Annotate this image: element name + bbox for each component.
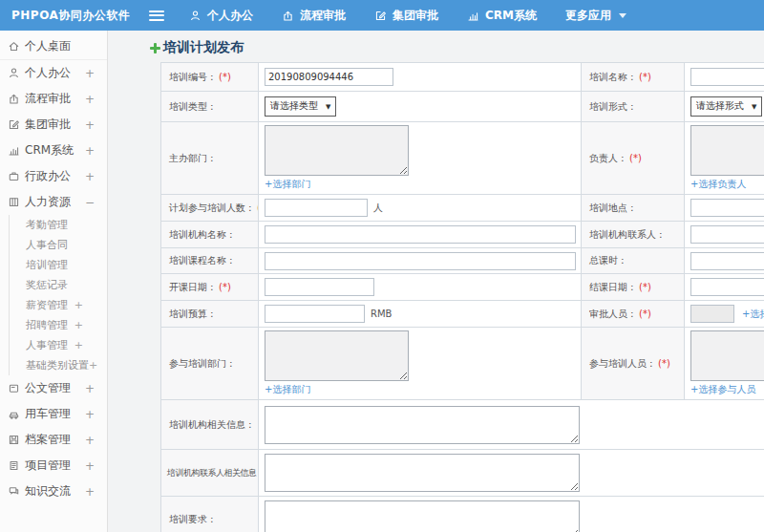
caret-down-icon bbox=[619, 13, 626, 18]
requirements-textarea[interactable] bbox=[265, 500, 580, 532]
leader-textarea[interactable] bbox=[690, 125, 764, 176]
nav-workflow-approval[interactable]: 流程审批 bbox=[282, 8, 346, 24]
sidebar-item-admin-office[interactable]: 行政办公 + bbox=[0, 163, 107, 189]
total-hours-input[interactable] bbox=[690, 252, 764, 270]
notebook-icon bbox=[8, 459, 20, 472]
upload-icon bbox=[282, 10, 294, 22]
sidebar-subitem-rewards[interactable]: 奖惩记录 bbox=[10, 275, 107, 295]
cabinet-icon bbox=[8, 196, 20, 208]
join-dept-textarea[interactable] bbox=[265, 330, 409, 381]
planned-count-input[interactable] bbox=[265, 199, 368, 217]
start-date-label: 开课日期： bbox=[169, 282, 217, 292]
edit-icon bbox=[8, 118, 20, 131]
sidebar-subitem-attendance[interactable]: 考勤管理 bbox=[10, 215, 107, 235]
location-label: 培训地点： bbox=[589, 202, 637, 213]
approver-input[interactable] bbox=[690, 305, 734, 323]
form-row: 培训要求： bbox=[161, 497, 764, 532]
plus-icon bbox=[150, 43, 160, 53]
approver-label: 审批人员： bbox=[589, 309, 637, 319]
upload-icon bbox=[8, 93, 20, 105]
sidebar-item-project[interactable]: 项目管理 + bbox=[0, 453, 107, 479]
form-row: 培训课程名称： 总课时： bbox=[161, 248, 764, 274]
chart-icon bbox=[467, 10, 479, 22]
training-form-select[interactable]: 请选择形式▼ bbox=[690, 96, 762, 117]
form-row: 培训编号：(*) 培训名称：(*) bbox=[161, 63, 764, 92]
training-name-input[interactable] bbox=[690, 68, 764, 86]
planned-count-label: 计划参与培训人数： bbox=[169, 202, 255, 213]
end-date-label: 结课日期： bbox=[589, 282, 637, 292]
start-date-input[interactable] bbox=[265, 278, 374, 296]
sidebar-subitem-base-category[interactable]: 基础类别设置+ bbox=[10, 355, 107, 375]
sidebar-item-group-approval[interactable]: 集团审批 + bbox=[0, 112, 107, 138]
org-name-input[interactable] bbox=[265, 225, 576, 244]
sidebar-item-workflow-approval[interactable]: 流程审批 + bbox=[0, 86, 107, 112]
org-name-label: 培训机构名称： bbox=[169, 229, 236, 240]
form-row: 主办部门： +选择部门 负责人：(*) +选择负责人 bbox=[161, 122, 764, 195]
required-mark: (*) bbox=[639, 72, 651, 82]
hamburger-menu-icon[interactable] bbox=[149, 11, 164, 21]
host-dept-textarea[interactable] bbox=[265, 125, 409, 176]
budget-label: 培训预算： bbox=[169, 309, 217, 319]
main-content: 培训计划发布 培训编号：(*) 培训名称：(*) 培训类型： 请选择类型▼ 培训… bbox=[108, 31, 764, 532]
sidebar-subitem-salary[interactable]: 薪资管理+ bbox=[10, 295, 107, 315]
sidebar-subitem-personnel[interactable]: 人事管理+ bbox=[10, 335, 107, 355]
sidebar-item-documents[interactable]: 公文管理 + bbox=[0, 375, 107, 401]
required-mark: (*) bbox=[639, 282, 651, 292]
sidebar-item-crm[interactable]: CRM系统 + bbox=[0, 138, 107, 163]
select-approver-link[interactable]: +选择审批人员 bbox=[742, 309, 764, 319]
required-mark: (*) bbox=[658, 358, 670, 369]
sidebar-item-desktop[interactable]: 个人桌面 bbox=[0, 33, 107, 60]
user-icon bbox=[189, 10, 202, 22]
sidebar-item-knowledge[interactable]: 知识交流 + bbox=[0, 479, 107, 504]
select-dept-link[interactable]: +选择部门 bbox=[265, 178, 310, 191]
location-input[interactable] bbox=[690, 199, 764, 217]
select-dept-link[interactable]: +选择部门 bbox=[265, 383, 310, 396]
required-mark: (*) bbox=[639, 309, 651, 319]
training-type-select[interactable]: 请选择类型▼ bbox=[265, 96, 336, 117]
total-hours-label: 总课时： bbox=[589, 255, 627, 266]
sidebar-item-hr[interactable]: 人力资源 − bbox=[0, 189, 107, 215]
join-people-textarea[interactable] bbox=[690, 330, 764, 381]
training-plan-form: 培训编号：(*) 培训名称：(*) 培训类型： 请选择类型▼ 培训形式： 请选择… bbox=[160, 62, 764, 532]
course-name-input[interactable] bbox=[265, 252, 576, 270]
sidebar-subitem-hr-contract[interactable]: 人事合同 bbox=[10, 235, 107, 255]
training-no-input[interactable] bbox=[265, 68, 393, 86]
course-name-label: 培训课程名称： bbox=[169, 255, 236, 266]
sidebar-item-vehicle[interactable]: 用车管理 + bbox=[0, 401, 107, 427]
chat-icon bbox=[8, 485, 20, 498]
sidebar-subitem-recruit[interactable]: 招聘管理+ bbox=[10, 315, 107, 335]
training-form-label: 培训形式： bbox=[589, 101, 637, 112]
form-row: 开课日期：(*) 结课日期：(*) bbox=[161, 274, 764, 301]
org-contact-label: 培训机构联系人： bbox=[589, 229, 666, 240]
required-mark: (*) bbox=[219, 282, 231, 292]
form-row: 培训机构名称： 培训机构联系人： bbox=[161, 222, 764, 248]
chart-icon bbox=[8, 144, 20, 157]
sidebar-item-personal-office[interactable]: 个人办公 + bbox=[0, 60, 107, 86]
select-leader-link[interactable]: +选择负责人 bbox=[690, 178, 746, 191]
page-title: 培训计划发布 bbox=[150, 40, 764, 55]
nav-more-apps[interactable]: 更多应用 bbox=[565, 8, 626, 24]
budget-input[interactable] bbox=[265, 305, 365, 323]
select-arrow-icon: ▼ bbox=[752, 103, 756, 111]
form-row: 培训机构联系人相关信息： bbox=[161, 450, 764, 497]
form-row: 培训类型： 请选择类型▼ 培训形式： 请选择形式▼ bbox=[161, 92, 764, 122]
org-info-textarea[interactable] bbox=[265, 406, 580, 444]
nav-personal-office[interactable]: 个人办公 bbox=[189, 8, 253, 24]
org-contact-info-textarea[interactable] bbox=[265, 454, 580, 492]
select-participants-link[interactable]: +选择参与人员 bbox=[690, 383, 755, 396]
sidebar-subitem-training[interactable]: 培训管理 bbox=[10, 255, 107, 275]
app-brand: PHPOA协同办公软件 bbox=[0, 8, 141, 24]
home-icon bbox=[8, 40, 20, 53]
nav-group-approval[interactable]: 集团审批 bbox=[374, 8, 438, 24]
nav-crm-system[interactable]: CRM系统 bbox=[467, 8, 537, 24]
org-contact-input[interactable] bbox=[690, 225, 764, 244]
form-row: 培训机构相关信息： bbox=[161, 400, 764, 450]
requirements-label: 培训要求： bbox=[169, 514, 217, 524]
sidebar-item-archive[interactable]: 档案管理 + bbox=[0, 427, 107, 453]
end-date-input[interactable] bbox=[690, 278, 764, 296]
form-row: 计划参与培训人数：(*) 人 培训地点： bbox=[161, 195, 764, 222]
required-mark: (*) bbox=[219, 72, 231, 82]
currency-suffix: RMB bbox=[371, 309, 392, 319]
host-dept-label: 主办部门： bbox=[169, 153, 217, 163]
form-row: 培训预算： RMB 审批人员：(*) +选择审批人员 bbox=[161, 301, 764, 328]
